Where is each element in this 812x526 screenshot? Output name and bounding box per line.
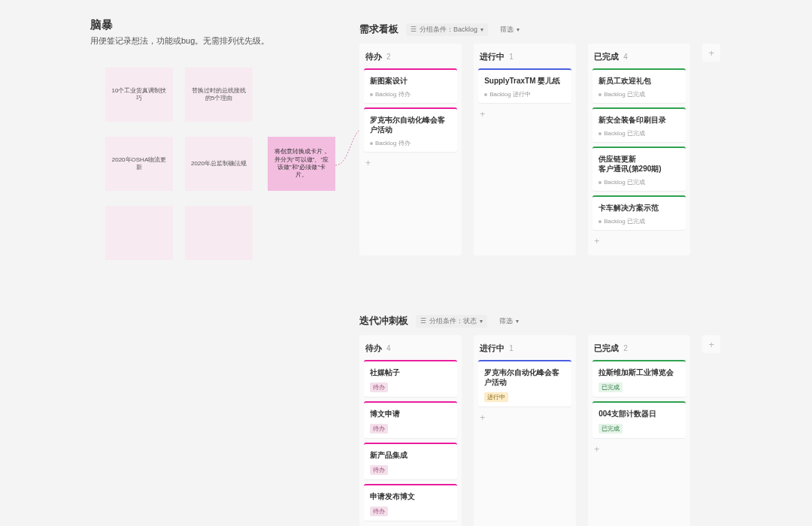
board-sprint: 迭代冲刺板 ☰ 分组条件：状态 ▾ 筛选 ▾ 待办4社媒帖子待办博文申请待办新产… <box>359 314 720 526</box>
card-meta-text: Backlog 待办 <box>375 139 411 147</box>
add-card-button[interactable]: + <box>478 411 571 425</box>
column-header: 进行中1 <box>478 340 571 360</box>
kanban-column: 进行中1SupplyTraxTM 婴儿纸Backlog 进行中+ <box>474 44 576 255</box>
kanban-card[interactable]: 004支部计数器日已完成 <box>592 401 686 438</box>
card-title: 卡车解决方案示范 <box>598 203 680 213</box>
card-title: 新安全装备印刷目录 <box>598 115 680 125</box>
group-by-chip[interactable]: ☰ 分组条件：Backlog ▾ <box>406 23 488 36</box>
kanban-column: 已完成2拉斯维加斯工业博览会已完成004支部计数器日已完成+ <box>588 335 690 526</box>
kanban-column: 待办2新图案设计Backlog 待办罗克韦尔自动化峰会客户活动Backlog 待… <box>359 44 462 255</box>
status-tag: 待办 <box>370 465 388 475</box>
status-tag: 进行中 <box>484 392 508 402</box>
card-title: 申请发布博文 <box>370 491 451 501</box>
board-header: 迭代冲刺板 ☰ 分组条件：状态 ▾ 筛选 ▾ <box>359 314 720 328</box>
sticky-note[interactable]: 替换过时的总线接线的5个理由 <box>185 68 253 122</box>
card-meta: Backlog 待办 <box>370 139 451 147</box>
board-title: 需求看板 <box>359 23 398 36</box>
brainstorm-section: 脑暴 用便签记录想法，功能或bug。无需排列优先级。 <box>90 18 346 47</box>
column-count: 4 <box>623 53 628 61</box>
card-meta-text: Backlog 进行中 <box>489 90 531 98</box>
add-column-button[interactable]: + <box>702 44 720 62</box>
sticky-note[interactable]: 10个工业货真调制技巧 <box>105 68 173 122</box>
sticky-note-instruction[interactable]: 将创意转换成卡片，并分为"可以做"、"应该做"和"必须做"卡片。 <box>268 137 335 191</box>
column-title: 待办 <box>365 343 382 354</box>
group-icon: ☰ <box>420 317 426 325</box>
kanban-card[interactable]: 新图案设计Backlog 待办 <box>364 68 457 103</box>
board-columns: 待办2新图案设计Backlog 待办罗克韦尔自动化峰会客户活动Backlog 待… <box>359 44 720 255</box>
board-header: 需求看板 ☰ 分组条件：Backlog ▾ 筛选 ▾ <box>359 23 720 36</box>
status-dot-icon <box>484 93 487 96</box>
add-column-button[interactable]: + <box>702 335 720 353</box>
card-meta-text: Backlog 已完成 <box>604 90 645 98</box>
kanban-card[interactable]: 拉斯维加斯工业博览会已完成 <box>592 360 686 397</box>
card-meta: Backlog 待办 <box>370 90 451 98</box>
card-meta: Backlog 已完成 <box>598 129 680 138</box>
card-meta: Backlog 已完成 <box>598 178 680 186</box>
board-columns: 待办4社媒帖子待办博文申请待办新产品集成待办申请发布博文待办+进行中1罗克韦尔自… <box>359 335 720 526</box>
card-title: 拉斯维加斯工业博览会 <box>598 367 680 377</box>
filter-chip[interactable]: 筛选 ▾ <box>495 23 524 36</box>
kanban-card[interactable]: 罗克韦尔自动化峰会客户活动Backlog 待办 <box>364 107 457 152</box>
status-dot-icon <box>370 93 373 96</box>
card-meta-text: Backlog 已完成 <box>604 129 645 138</box>
column-title: 已完成 <box>594 51 619 62</box>
kanban-card[interactable]: 新产品集成待办 <box>364 443 457 479</box>
status-tag: 待办 <box>370 382 388 392</box>
kanban-column: 进行中1罗克韦尔自动化峰会客户活动进行中+ <box>474 335 576 526</box>
chevron-down-icon: ▾ <box>480 26 483 33</box>
kanban-card[interactable]: 社媒帖子待办 <box>364 360 457 397</box>
column-title: 已完成 <box>594 343 619 354</box>
card-title: 社媒帖子 <box>370 367 451 377</box>
kanban-card[interactable]: 博文申请待办 <box>364 401 457 438</box>
column-header: 已完成4 <box>592 48 686 68</box>
card-title: SupplyTraxTM 婴儿纸 <box>484 76 565 86</box>
add-card-button[interactable]: + <box>364 156 457 170</box>
column-count: 1 <box>509 344 514 352</box>
status-tag: 待办 <box>370 424 388 434</box>
board-backlog: 需求看板 ☰ 分组条件：Backlog ▾ 筛选 ▾ 待办2新图案设计Backl… <box>359 23 720 255</box>
kanban-card[interactable]: 罗克韦尔自动化峰会客户活动进行中 <box>478 360 571 407</box>
card-meta-text: Backlog 已完成 <box>604 178 645 186</box>
column-title: 进行中 <box>480 343 504 354</box>
status-tag: 待办 <box>370 506 388 516</box>
kanban-card[interactable]: 新安全装备印刷目录Backlog 已完成 <box>592 107 686 142</box>
filter-chip[interactable]: 筛选 ▾ <box>495 315 523 328</box>
card-meta: Backlog 已完成 <box>598 90 680 98</box>
column-header: 待办2 <box>364 48 457 68</box>
kanban-card[interactable]: SupplyTraxTM 婴儿纸Backlog 进行中 <box>478 68 571 103</box>
card-title: 供应链更新 客户通讯(第290期) <box>598 154 680 174</box>
card-title: 罗克韦尔自动化峰会客户活动 <box>370 115 451 135</box>
status-dot-icon <box>598 220 601 223</box>
card-meta-text: Backlog 已完成 <box>604 217 645 225</box>
kanban-card[interactable]: 卡车解决方案示范Backlog 已完成 <box>592 195 686 230</box>
column-count: 2 <box>623 344 628 352</box>
column-header: 进行中1 <box>478 48 571 68</box>
status-dot-icon <box>598 93 601 96</box>
group-by-chip[interactable]: ☰ 分组条件：状态 ▾ <box>416 315 487 328</box>
status-tag: 已完成 <box>598 382 623 392</box>
column-header: 已完成2 <box>592 340 686 360</box>
kanban-column: 待办4社媒帖子待办博文申请待办新产品集成待办申请发布博文待办+ <box>359 335 462 526</box>
brainstorm-subtitle: 用便签记录想法，功能或bug。无需排列优先级。 <box>90 35 346 47</box>
kanban-card[interactable]: 供应链更新 客户通讯(第290期)Backlog 已完成 <box>592 147 686 191</box>
sticky-note[interactable] <box>185 206 253 260</box>
add-card-button[interactable]: + <box>592 234 686 248</box>
status-dot-icon <box>598 181 601 184</box>
status-dot-icon <box>370 142 373 145</box>
status-tag: 已完成 <box>598 424 623 434</box>
add-card-button[interactable]: + <box>592 443 686 456</box>
kanban-card[interactable]: 申请发布博文待办 <box>364 484 457 521</box>
card-title: 新图案设计 <box>370 76 451 86</box>
sticky-note[interactable] <box>105 206 173 260</box>
group-icon: ☰ <box>411 26 417 33</box>
column-count: 4 <box>386 344 391 352</box>
sticky-note[interactable]: 2020年总监制确法规 <box>185 137 253 191</box>
chevron-down-icon: ▾ <box>517 26 520 33</box>
card-meta-text: Backlog 待办 <box>375 90 411 98</box>
column-count: 1 <box>509 53 514 61</box>
add-card-button[interactable]: + <box>478 107 571 121</box>
column-count: 2 <box>386 53 391 61</box>
kanban-card[interactable]: 新员工欢迎礼包Backlog 已完成 <box>592 68 686 103</box>
column-title: 待办 <box>365 51 382 62</box>
sticky-note[interactable]: 2020年OSHA物流更新 <box>105 137 173 191</box>
